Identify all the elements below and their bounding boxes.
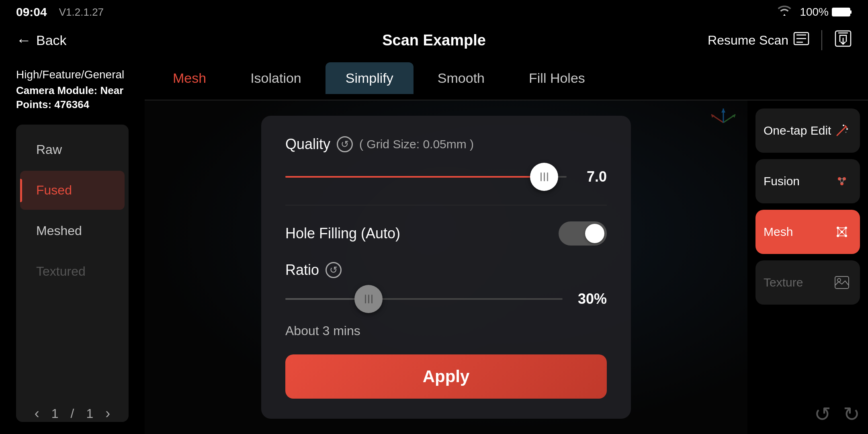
status-bar: 09:04 V1.2.1.27 100% [0, 0, 868, 24]
tab-simplify[interactable]: Simplify [326, 62, 414, 94]
status-version: V1.2.1.27 [59, 6, 104, 18]
camera-module-detail: Camera Module: Near [16, 84, 129, 97]
tab-isolation[interactable]: Isolation [230, 62, 321, 94]
tab-mesh[interactable]: Mesh [153, 62, 226, 94]
quality-value: 7.0 [575, 168, 607, 185]
quality-slider-thumb[interactable] [530, 163, 558, 191]
pagination-next[interactable]: › [105, 405, 110, 422]
status-right-icons: 100% [777, 5, 852, 19]
pagination-total: 1 [86, 406, 93, 421]
ratio-reset-button[interactable] [326, 262, 342, 278]
texture-icon [832, 272, 852, 293]
points-detail: Points: 476364 [16, 98, 129, 111]
apply-button[interactable]: Apply [285, 354, 607, 399]
left-sidebar: High/Feature/General Camera Module: Near… [0, 56, 145, 434]
svg-line-13 [837, 127, 846, 135]
resume-scan-button[interactable]: Resume Scan [708, 32, 809, 49]
quality-slider-track [285, 176, 567, 178]
mesh-icon [832, 222, 852, 242]
ratio-value: 30% [571, 291, 607, 307]
wifi-icon [777, 5, 792, 19]
svg-line-33 [842, 228, 846, 232]
undo-button[interactable]: ↺ [814, 403, 831, 426]
modal-overlay: Quality ( Grid Size: 0.05mm ) [145, 100, 747, 434]
battery-display: 100% [800, 6, 852, 18]
wand-icon [832, 121, 852, 141]
quality-label: Quality [285, 136, 330, 153]
quality-slider-container: 7.0 [285, 165, 607, 189]
resume-scan-icon [793, 32, 809, 49]
right-sidebar: One-tap Edit Fusion [747, 100, 868, 434]
quality-divider [285, 205, 607, 205]
one-tap-edit-label: One-tap Edit [764, 124, 831, 137]
undo-redo-controls: ↺ ↻ [814, 403, 860, 426]
svg-rect-0 [832, 8, 850, 16]
simplify-panel: Quality ( Grid Size: 0.05mm ) [261, 116, 631, 419]
ratio-label: Ratio [285, 262, 319, 278]
ratio-label-row: Ratio [285, 262, 607, 278]
fusion-icon [832, 171, 852, 191]
tab-smooth[interactable]: Smooth [418, 62, 505, 94]
back-arrow-icon: ← [16, 32, 31, 49]
back-label: Back [36, 33, 67, 48]
scan-info: High/Feature/General Camera Module: Near… [16, 68, 129, 113]
time-estimate: About 3 mins [285, 323, 607, 338]
texture-label: Texture [764, 276, 803, 289]
mesh-label: Mesh [764, 225, 793, 239]
hole-filling-label: Hole Filling (Auto) [285, 225, 400, 242]
main-content: Mesh Isolation Simplify Smooth Fill Hole… [145, 56, 868, 434]
resume-scan-label: Resume Scan [708, 33, 788, 48]
tab-fill-holes[interactable]: Fill Holes [509, 62, 605, 94]
scan-mode-label: High/Feature/General [16, 68, 129, 81]
scan-modes-panel: Raw Fused Meshed Textured [16, 125, 129, 422]
svg-line-34 [838, 232, 842, 236]
pagination: ‹ 1 / 1 › [0, 405, 145, 422]
toggle-knob [585, 224, 604, 243]
one-tap-edit-button[interactable]: One-tap Edit [755, 108, 860, 153]
quality-slider-fill [285, 176, 544, 178]
sidebar-item-raw[interactable]: Raw [20, 130, 125, 169]
pagination-prev[interactable]: ‹ [35, 405, 39, 422]
redo-button[interactable]: ↻ [843, 403, 860, 426]
sidebar-item-textured[interactable]: Textured [20, 252, 125, 291]
texture-button[interactable]: Texture [755, 260, 860, 305]
svg-point-16 [845, 132, 847, 133]
grid-size-label: ( Grid Size: 0.05mm ) [359, 137, 474, 151]
svg-rect-1 [850, 10, 852, 14]
sidebar-item-fused[interactable]: Fused [20, 171, 125, 210]
ratio-slider-thumb[interactable] [354, 285, 383, 313]
status-time: 09:04 [16, 5, 47, 19]
sidebar-item-meshed[interactable]: Meshed [20, 211, 125, 250]
svg-point-14 [843, 125, 844, 126]
hole-filling-row: Hole Filling (Auto) [285, 221, 607, 246]
header-title: Scan Example [382, 32, 486, 49]
svg-line-35 [842, 232, 846, 236]
fusion-button[interactable]: Fusion [755, 159, 860, 203]
ratio-slider-row: 30% [285, 291, 607, 307]
quality-label-row: Quality ( Grid Size: 0.05mm ) [285, 136, 607, 153]
app-header: ← Back Scan Example Resume Scan [0, 24, 868, 56]
svg-point-37 [837, 278, 841, 282]
export-button[interactable] [834, 30, 852, 51]
svg-point-15 [846, 128, 848, 130]
mesh-button[interactable]: Mesh [755, 210, 860, 254]
tab-bar: Mesh Isolation Simplify Smooth Fill Hole… [145, 56, 868, 100]
pagination-current: 1 [51, 406, 59, 421]
header-divider [821, 30, 822, 50]
ratio-slider-track [285, 298, 563, 300]
hole-filling-toggle[interactable] [559, 221, 607, 246]
fusion-label: Fusion [764, 174, 800, 188]
pagination-separator: / [71, 406, 74, 421]
quality-section: Quality ( Grid Size: 0.05mm ) [285, 136, 607, 189]
quality-reset-button[interactable] [337, 136, 353, 152]
ratio-section: Ratio 30% [285, 262, 607, 307]
svg-line-32 [838, 228, 842, 232]
back-button[interactable]: ← Back [16, 32, 67, 49]
header-right: Resume Scan [708, 30, 852, 51]
